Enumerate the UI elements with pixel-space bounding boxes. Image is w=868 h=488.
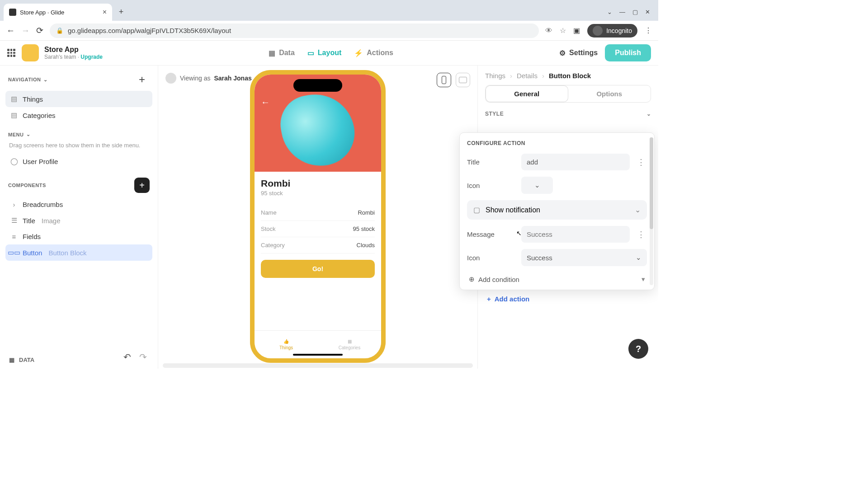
popup-scrollbar[interactable] xyxy=(650,137,653,285)
redo-button[interactable]: ↷ xyxy=(139,352,147,362)
component-button[interactable]: ▭▭ButtonButton Block xyxy=(5,244,152,261)
segment-options[interactable]: Options xyxy=(568,85,651,102)
browser-tab-strip: Store App · Glide × + ⌄ — ▢ ✕ xyxy=(0,0,658,21)
layout-icon: ▭ xyxy=(307,49,314,57)
gear-icon: ⚙ xyxy=(559,49,566,57)
caret-down-icon[interactable]: ▾ xyxy=(642,275,645,283)
viewing-as-selector[interactable]: Viewing as Sarah Jonas ⌄ xyxy=(165,73,261,84)
nav-item-things[interactable]: ▤Things xyxy=(5,91,152,107)
icon-picker[interactable]: ⌄ xyxy=(521,177,553,194)
thumbs-up-icon: 👍 xyxy=(283,339,289,344)
right-panel: Things › Details › Button Block General … xyxy=(477,66,658,369)
publish-button[interactable]: Publish xyxy=(605,44,651,61)
horizontal-scrollbar[interactable] xyxy=(163,363,473,368)
component-fields[interactable]: ≡Fields xyxy=(5,229,152,244)
chevron-down-icon: ⌄ xyxy=(636,253,642,262)
minimize-icon[interactable]: — xyxy=(619,9,625,15)
tablet-device-button[interactable] xyxy=(456,73,470,87)
app-name: Store App xyxy=(44,46,103,54)
upgrade-link[interactable]: Upgrade xyxy=(80,54,103,60)
favicon-icon xyxy=(9,9,16,16)
avatar xyxy=(165,73,176,84)
phone-notch xyxy=(293,79,342,92)
show-notification-label: Show notification xyxy=(486,206,540,214)
close-window-icon[interactable]: ✕ xyxy=(645,9,650,15)
crumb-details[interactable]: Details xyxy=(517,72,538,80)
title-icon: ☰ xyxy=(10,216,18,225)
segment-general[interactable]: General xyxy=(486,85,568,102)
nav-item-user-profile[interactable]: ◯User Profile xyxy=(5,153,152,169)
reload-button[interactable]: ⟳ xyxy=(36,25,43,36)
product-subtitle: 95 stock xyxy=(261,190,375,197)
chevron-down-icon: ⌄ xyxy=(26,131,31,137)
add-screen-button[interactable]: + xyxy=(134,72,150,87)
icon-select[interactable]: Success ⌄ xyxy=(521,249,647,266)
component-breadcrumbs[interactable]: ›Breadcrumbs xyxy=(5,197,152,212)
component-title[interactable]: ☰TitleImage xyxy=(5,212,152,229)
browser-tab[interactable]: Store App · Glide × xyxy=(4,4,112,21)
go-button[interactable]: Go! xyxy=(261,260,375,278)
chevron-down-icon: ⌄ xyxy=(646,111,651,117)
tab-dropdown-icon[interactable]: ⌄ xyxy=(607,9,612,15)
data-toggle[interactable]: ▦DATA xyxy=(9,357,34,363)
settings-link[interactable]: ⚙Settings xyxy=(559,49,598,57)
plus-icon: + xyxy=(487,295,491,303)
user-icon: ◯ xyxy=(10,157,18,165)
help-button[interactable]: ? xyxy=(628,339,648,359)
eye-off-icon[interactable]: 👁 xyxy=(545,27,552,35)
phone-icon xyxy=(442,76,446,84)
breadcrumb: Things › Details › Button Block xyxy=(485,72,651,80)
button-icon: ▭▭ xyxy=(10,249,18,257)
forward-button[interactable]: → xyxy=(21,26,30,36)
crumb-things[interactable]: Things xyxy=(485,72,505,80)
app-logo xyxy=(22,44,39,61)
style-section-header[interactable]: STYLE ⌄ xyxy=(485,111,651,117)
message-label: Message xyxy=(467,230,516,238)
tablet-icon xyxy=(459,77,467,83)
field-row: NameRombi xyxy=(261,205,375,221)
chevron-down-icon: ⌄ xyxy=(534,181,540,189)
components-section-label: COMPONENTS xyxy=(8,183,46,188)
back-button[interactable]: ← xyxy=(6,26,15,36)
tab-actions[interactable]: ⚡Actions xyxy=(354,49,393,57)
url-text: go.glideapps.com/app/walgjFpIVLDTX3b5K69… xyxy=(68,27,231,34)
plus-icon: ⊕ xyxy=(469,275,475,283)
bolt-icon: ⚡ xyxy=(354,49,363,57)
icon-label: Icon xyxy=(467,182,516,189)
app-header: Store App Sarah's team · Upgrade ▦Data ▭… xyxy=(0,41,658,66)
new-tab-button[interactable]: + xyxy=(115,5,127,18)
add-component-button[interactable]: + xyxy=(134,178,150,193)
incognito-badge[interactable]: Incognito xyxy=(587,24,637,38)
app-switcher-icon[interactable] xyxy=(7,49,15,57)
maximize-icon[interactable]: ▢ xyxy=(632,9,638,15)
table-icon: ▦ xyxy=(9,357,14,363)
phone-back-button[interactable]: ← xyxy=(261,97,270,108)
incognito-icon xyxy=(593,26,603,36)
nav-item-categories[interactable]: ▤Categories xyxy=(5,107,152,123)
message-input[interactable] xyxy=(521,226,630,243)
segmented-control: General Options xyxy=(485,85,651,103)
navigation-section-label[interactable]: NAVIGATION ⌄ xyxy=(8,77,48,83)
show-notification-card[interactable]: ▢ Show notification ⌄ xyxy=(467,200,647,220)
browser-menu-icon[interactable]: ⋮ xyxy=(645,26,652,35)
tab-data[interactable]: ▦Data xyxy=(269,49,295,57)
fields-icon: ≡ xyxy=(10,233,18,240)
more-icon[interactable]: ⋮ xyxy=(635,230,647,239)
menu-section-label[interactable]: MENU ⌄ xyxy=(8,131,31,137)
close-tab-icon[interactable]: × xyxy=(103,8,107,16)
tab-layout[interactable]: ▭Layout xyxy=(307,49,341,57)
address-field[interactable]: 🔒 go.glideapps.com/app/walgjFpIVLDTX3b5K… xyxy=(50,23,539,38)
star-icon[interactable]: ☆ xyxy=(560,26,566,35)
lock-icon: 🔒 xyxy=(56,27,63,34)
popup-title: CONFIGURE ACTION xyxy=(467,140,647,146)
add-action-button[interactable]: + Add action xyxy=(485,293,651,305)
product-title: Rombi xyxy=(261,178,375,189)
phone-device-button[interactable] xyxy=(437,73,451,87)
phone-home-indicator xyxy=(293,354,343,356)
undo-button[interactable]: ↶ xyxy=(123,352,131,362)
more-icon[interactable]: ⋮ xyxy=(635,157,647,167)
extensions-icon[interactable]: ▣ xyxy=(573,26,580,35)
title-input[interactable] xyxy=(521,154,630,170)
add-condition-button[interactable]: ⊕ Add condition ▾ xyxy=(467,272,647,286)
chevron-down-icon: ⌄ xyxy=(635,206,641,214)
